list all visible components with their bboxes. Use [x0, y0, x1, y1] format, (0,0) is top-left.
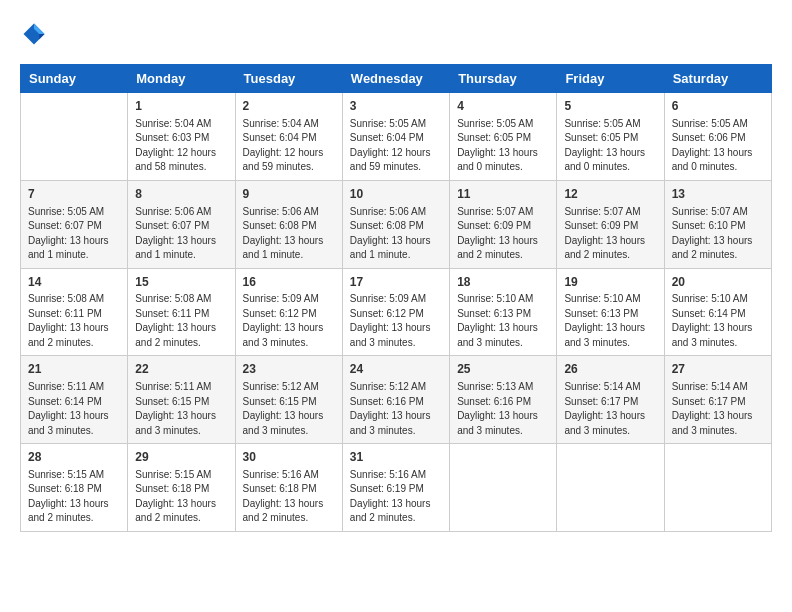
day-info: Sunrise: 5:09 AM Sunset: 6:12 PM Dayligh… — [350, 292, 442, 350]
day-info: Sunrise: 5:06 AM Sunset: 6:07 PM Dayligh… — [135, 205, 227, 263]
calendar-empty-cell — [557, 444, 664, 532]
day-info: Sunrise: 5:07 AM Sunset: 6:10 PM Dayligh… — [672, 205, 764, 263]
calendar-day-2: 2Sunrise: 5:04 AM Sunset: 6:04 PM Daylig… — [235, 93, 342, 181]
day-info: Sunrise: 5:12 AM Sunset: 6:16 PM Dayligh… — [350, 380, 442, 438]
calendar-empty-cell — [450, 444, 557, 532]
day-number: 13 — [672, 186, 764, 203]
day-info: Sunrise: 5:10 AM Sunset: 6:13 PM Dayligh… — [564, 292, 656, 350]
day-number: 5 — [564, 98, 656, 115]
day-info: Sunrise: 5:05 AM Sunset: 6:04 PM Dayligh… — [350, 117, 442, 175]
day-info: Sunrise: 5:06 AM Sunset: 6:08 PM Dayligh… — [243, 205, 335, 263]
day-number: 9 — [243, 186, 335, 203]
day-info: Sunrise: 5:13 AM Sunset: 6:16 PM Dayligh… — [457, 380, 549, 438]
calendar-header-row: SundayMondayTuesdayWednesdayThursdayFrid… — [21, 65, 772, 93]
day-number: 30 — [243, 449, 335, 466]
day-number: 10 — [350, 186, 442, 203]
calendar-header-wednesday: Wednesday — [342, 65, 449, 93]
day-number: 2 — [243, 98, 335, 115]
calendar-table: SundayMondayTuesdayWednesdayThursdayFrid… — [20, 64, 772, 532]
calendar-day-11: 11Sunrise: 5:07 AM Sunset: 6:09 PM Dayli… — [450, 180, 557, 268]
day-info: Sunrise: 5:05 AM Sunset: 6:05 PM Dayligh… — [564, 117, 656, 175]
header — [20, 20, 772, 48]
calendar-day-27: 27Sunrise: 5:14 AM Sunset: 6:17 PM Dayli… — [664, 356, 771, 444]
day-info: Sunrise: 5:11 AM Sunset: 6:14 PM Dayligh… — [28, 380, 120, 438]
day-number: 22 — [135, 361, 227, 378]
day-info: Sunrise: 5:14 AM Sunset: 6:17 PM Dayligh… — [564, 380, 656, 438]
day-number: 19 — [564, 274, 656, 291]
day-info: Sunrise: 5:07 AM Sunset: 6:09 PM Dayligh… — [564, 205, 656, 263]
day-number: 23 — [243, 361, 335, 378]
calendar-day-12: 12Sunrise: 5:07 AM Sunset: 6:09 PM Dayli… — [557, 180, 664, 268]
calendar-day-28: 28Sunrise: 5:15 AM Sunset: 6:18 PM Dayli… — [21, 444, 128, 532]
day-number: 25 — [457, 361, 549, 378]
day-number: 7 — [28, 186, 120, 203]
calendar-empty-cell — [664, 444, 771, 532]
calendar-day-23: 23Sunrise: 5:12 AM Sunset: 6:15 PM Dayli… — [235, 356, 342, 444]
day-info: Sunrise: 5:04 AM Sunset: 6:04 PM Dayligh… — [243, 117, 335, 175]
day-info: Sunrise: 5:05 AM Sunset: 6:05 PM Dayligh… — [457, 117, 549, 175]
day-info: Sunrise: 5:04 AM Sunset: 6:03 PM Dayligh… — [135, 117, 227, 175]
calendar-day-26: 26Sunrise: 5:14 AM Sunset: 6:17 PM Dayli… — [557, 356, 664, 444]
logo-icon — [20, 20, 48, 48]
day-number: 1 — [135, 98, 227, 115]
calendar-day-22: 22Sunrise: 5:11 AM Sunset: 6:15 PM Dayli… — [128, 356, 235, 444]
calendar-week-row: 7Sunrise: 5:05 AM Sunset: 6:07 PM Daylig… — [21, 180, 772, 268]
day-number: 11 — [457, 186, 549, 203]
calendar-day-21: 21Sunrise: 5:11 AM Sunset: 6:14 PM Dayli… — [21, 356, 128, 444]
day-number: 3 — [350, 98, 442, 115]
calendar-day-18: 18Sunrise: 5:10 AM Sunset: 6:13 PM Dayli… — [450, 268, 557, 356]
calendar-week-row: 1Sunrise: 5:04 AM Sunset: 6:03 PM Daylig… — [21, 93, 772, 181]
day-info: Sunrise: 5:15 AM Sunset: 6:18 PM Dayligh… — [135, 468, 227, 526]
calendar-day-3: 3Sunrise: 5:05 AM Sunset: 6:04 PM Daylig… — [342, 93, 449, 181]
calendar-week-row: 21Sunrise: 5:11 AM Sunset: 6:14 PM Dayli… — [21, 356, 772, 444]
calendar-day-24: 24Sunrise: 5:12 AM Sunset: 6:16 PM Dayli… — [342, 356, 449, 444]
calendar-day-20: 20Sunrise: 5:10 AM Sunset: 6:14 PM Dayli… — [664, 268, 771, 356]
day-info: Sunrise: 5:08 AM Sunset: 6:11 PM Dayligh… — [28, 292, 120, 350]
day-info: Sunrise: 5:06 AM Sunset: 6:08 PM Dayligh… — [350, 205, 442, 263]
day-number: 26 — [564, 361, 656, 378]
calendar-day-7: 7Sunrise: 5:05 AM Sunset: 6:07 PM Daylig… — [21, 180, 128, 268]
day-number: 24 — [350, 361, 442, 378]
day-info: Sunrise: 5:15 AM Sunset: 6:18 PM Dayligh… — [28, 468, 120, 526]
day-info: Sunrise: 5:10 AM Sunset: 6:14 PM Dayligh… — [672, 292, 764, 350]
calendar-header-saturday: Saturday — [664, 65, 771, 93]
calendar-header-thursday: Thursday — [450, 65, 557, 93]
calendar-header-friday: Friday — [557, 65, 664, 93]
calendar-day-16: 16Sunrise: 5:09 AM Sunset: 6:12 PM Dayli… — [235, 268, 342, 356]
svg-marker-2 — [39, 34, 44, 39]
calendar-day-8: 8Sunrise: 5:06 AM Sunset: 6:07 PM Daylig… — [128, 180, 235, 268]
calendar-day-1: 1Sunrise: 5:04 AM Sunset: 6:03 PM Daylig… — [128, 93, 235, 181]
day-number: 15 — [135, 274, 227, 291]
day-info: Sunrise: 5:08 AM Sunset: 6:11 PM Dayligh… — [135, 292, 227, 350]
day-number: 29 — [135, 449, 227, 466]
calendar-day-19: 19Sunrise: 5:10 AM Sunset: 6:13 PM Dayli… — [557, 268, 664, 356]
day-number: 17 — [350, 274, 442, 291]
calendar-header-tuesday: Tuesday — [235, 65, 342, 93]
day-number: 27 — [672, 361, 764, 378]
calendar-week-row: 28Sunrise: 5:15 AM Sunset: 6:18 PM Dayli… — [21, 444, 772, 532]
day-info: Sunrise: 5:07 AM Sunset: 6:09 PM Dayligh… — [457, 205, 549, 263]
day-number: 14 — [28, 274, 120, 291]
day-number: 16 — [243, 274, 335, 291]
day-number: 4 — [457, 98, 549, 115]
calendar-day-5: 5Sunrise: 5:05 AM Sunset: 6:05 PM Daylig… — [557, 93, 664, 181]
day-info: Sunrise: 5:05 AM Sunset: 6:07 PM Dayligh… — [28, 205, 120, 263]
calendar-day-25: 25Sunrise: 5:13 AM Sunset: 6:16 PM Dayli… — [450, 356, 557, 444]
day-number: 18 — [457, 274, 549, 291]
calendar-day-14: 14Sunrise: 5:08 AM Sunset: 6:11 PM Dayli… — [21, 268, 128, 356]
calendar-day-10: 10Sunrise: 5:06 AM Sunset: 6:08 PM Dayli… — [342, 180, 449, 268]
logo — [20, 20, 52, 48]
day-number: 28 — [28, 449, 120, 466]
calendar-day-17: 17Sunrise: 5:09 AM Sunset: 6:12 PM Dayli… — [342, 268, 449, 356]
day-info: Sunrise: 5:16 AM Sunset: 6:18 PM Dayligh… — [243, 468, 335, 526]
day-number: 31 — [350, 449, 442, 466]
day-info: Sunrise: 5:05 AM Sunset: 6:06 PM Dayligh… — [672, 117, 764, 175]
day-info: Sunrise: 5:16 AM Sunset: 6:19 PM Dayligh… — [350, 468, 442, 526]
calendar-day-15: 15Sunrise: 5:08 AM Sunset: 6:11 PM Dayli… — [128, 268, 235, 356]
calendar-day-13: 13Sunrise: 5:07 AM Sunset: 6:10 PM Dayli… — [664, 180, 771, 268]
day-number: 21 — [28, 361, 120, 378]
calendar-header-monday: Monday — [128, 65, 235, 93]
calendar-header-sunday: Sunday — [21, 65, 128, 93]
day-info: Sunrise: 5:12 AM Sunset: 6:15 PM Dayligh… — [243, 380, 335, 438]
day-info: Sunrise: 5:10 AM Sunset: 6:13 PM Dayligh… — [457, 292, 549, 350]
